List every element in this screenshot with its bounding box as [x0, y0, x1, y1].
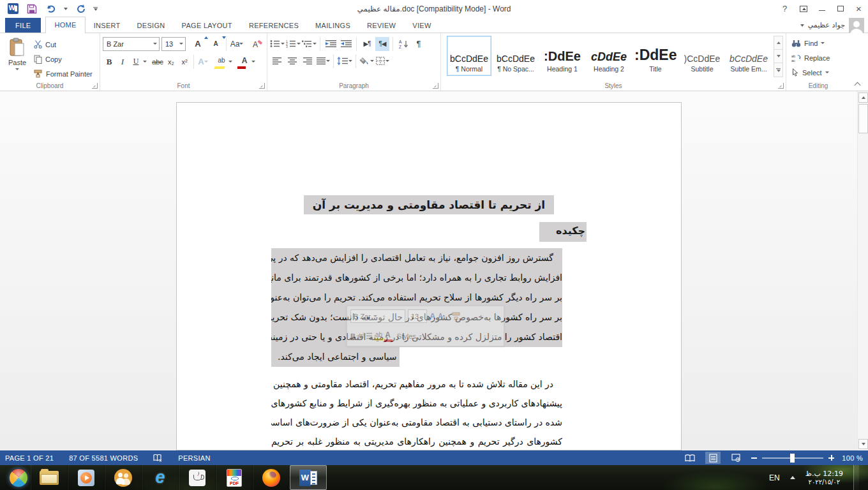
justify-button[interactable]: [316, 54, 330, 68]
show-hide-marks-button[interactable]: ¶: [412, 37, 426, 51]
print-layout-button[interactable]: [705, 452, 721, 464]
mini-italic-button[interactable]: I: [358, 332, 360, 340]
styles-scroll-down-button[interactable]: [774, 50, 782, 63]
show-hidden-icons-button[interactable]: [790, 476, 795, 479]
doc-line[interactable]: در اين مقاله تلاش شده تا به مرور مفاهيم …: [271, 375, 562, 394]
find-button[interactable]: Find: [791, 36, 848, 50]
undo-button[interactable]: [45, 3, 57, 15]
web-layout-button[interactable]: [728, 452, 744, 464]
zoom-track[interactable]: [762, 457, 823, 459]
ltr-direction-button[interactable]: ▶¶: [360, 37, 374, 51]
zoom-level[interactable]: 100 %: [842, 454, 863, 462]
paste-button[interactable]: Paste: [3, 35, 32, 80]
sort-button[interactable]: AZ: [396, 37, 410, 51]
font-size-combo[interactable]: 13: [161, 37, 186, 51]
mini-font-size-combo[interactable]: 13: [408, 309, 427, 323]
page-indicator[interactable]: PAGE 1 OF 21: [5, 454, 54, 462]
mini-font-family-combo[interactable]: B Zar: [350, 309, 405, 323]
doc-paragraph-2[interactable]: در اين مقاله تلاش شده تا به مرور مفاهيم …: [271, 375, 562, 451]
mini-highlight-button[interactable]: ab: [375, 331, 382, 341]
font-dialog-launcher[interactable]: [259, 83, 265, 89]
highlight-dropdown-icon[interactable]: [228, 61, 232, 63]
close-button[interactable]: ×: [849, 2, 868, 16]
style-heading-1[interactable]: :DdEe Heading 1: [540, 36, 585, 76]
increase-indent-button[interactable]: [339, 37, 353, 51]
grow-font-button[interactable]: A: [191, 37, 204, 51]
font-color-button[interactable]: A: [238, 55, 251, 69]
start-button[interactable]: [6, 466, 31, 490]
taskbar-word-active[interactable]: W: [290, 465, 327, 490]
numbering-button[interactable]: 123: [286, 37, 301, 51]
text-effects-button[interactable]: A: [197, 55, 209, 69]
language-indicator[interactable]: PERSIAN: [178, 454, 210, 462]
mini-font-color-button[interactable]: A: [385, 330, 391, 342]
shrink-font-button[interactable]: A: [209, 37, 222, 51]
bullets-button[interactable]: [270, 37, 285, 51]
change-case-button[interactable]: Aa: [230, 37, 243, 51]
restore-button[interactable]: [831, 2, 849, 16]
zoom-slider[interactable]: [751, 455, 834, 461]
underline-dropdown-icon[interactable]: [143, 61, 147, 63]
tab-design[interactable]: DESIGN: [129, 18, 174, 33]
paragraph-dialog-launcher[interactable]: [433, 83, 438, 89]
bold-button[interactable]: B: [103, 55, 116, 69]
doc-line[interactable]: شده در راستای دستيابی به اقتصاد مقاومتی …: [271, 413, 562, 432]
style-subtle-emphasis[interactable]: bCcDdEe Subtle Em...: [726, 36, 771, 76]
style-subtitle[interactable]: )CcDdEe Subtitle: [680, 36, 724, 76]
language-bar[interactable]: EN: [769, 473, 780, 482]
ribbon-display-options-button[interactable]: [794, 2, 812, 16]
font-family-combo[interactable]: B Zar: [103, 37, 160, 51]
tab-insert[interactable]: INSERT: [86, 18, 129, 33]
vertical-scrollbar[interactable]: [857, 91, 868, 450]
shading-button[interactable]: [359, 54, 374, 68]
copy-button[interactable]: Copy: [32, 52, 94, 66]
text-highlight-button[interactable]: ab: [215, 55, 228, 69]
doc-line[interactable]: کشورهای درگير تحريم و همچنين راهکارهای م…: [271, 432, 562, 451]
multilevel-list-button[interactable]: [302, 37, 317, 51]
taskbar-firefox[interactable]: [253, 465, 290, 490]
help-button[interactable]: ?: [775, 2, 794, 16]
styles-more-button[interactable]: [774, 63, 782, 77]
tab-references[interactable]: REFERENCES: [241, 18, 307, 33]
styles-scroll-up-button[interactable]: [774, 36, 782, 50]
mini-toolbar[interactable]: B Zar 13 A A B I 12 ab A Styles: [347, 306, 504, 346]
mini-styles-button[interactable]: Styles: [397, 332, 416, 340]
save-button[interactable]: [26, 3, 38, 15]
italic-button[interactable]: I: [116, 55, 129, 69]
collapse-ribbon-button[interactable]: [855, 82, 860, 87]
minimize-button[interactable]: [812, 2, 831, 16]
align-left-button[interactable]: [270, 54, 284, 68]
scroll-up-button[interactable]: [858, 93, 868, 103]
proofing-status-icon[interactable]: x: [153, 454, 163, 462]
doc-line[interactable]: بر سر راه ديگر کشورها از سلاح تحريم استف…: [271, 288, 562, 308]
doc-title-line[interactable]: از تحريم تا اقتصاد مقاومتی و مديريت بر آ…: [177, 195, 681, 214]
strikethrough-button[interactable]: abc: [151, 55, 164, 69]
zoom-in-icon[interactable]: [828, 455, 834, 461]
style-title[interactable]: :DdEe Title: [633, 36, 678, 76]
read-mode-button[interactable]: [682, 452, 698, 464]
mini-shrink-font-button[interactable]: A: [438, 313, 442, 320]
mini-numbering-icon[interactable]: 12: [363, 332, 373, 340]
customize-qat-icon[interactable]: [93, 7, 98, 11]
repeat-button[interactable]: [74, 3, 87, 15]
decrease-indent-button[interactable]: [324, 37, 338, 51]
style-no-spacing[interactable]: bCcDdEe ¶ No Spac...: [493, 36, 538, 76]
font-color-dropdown-icon[interactable]: [251, 61, 255, 63]
tab-file[interactable]: FILE: [5, 18, 41, 33]
zoom-out-icon[interactable]: [751, 457, 757, 459]
zoom-thumb[interactable]: [790, 454, 795, 463]
style-heading-2[interactable]: cDdEe Heading 2: [587, 36, 631, 76]
undo-dropdown-icon[interactable]: [64, 8, 68, 10]
doc-line[interactable]: پيشنهادهای کاربردی و عملياتی به منظور به…: [271, 394, 562, 413]
rtl-direction-button[interactable]: ¶◀: [375, 37, 389, 51]
scroll-down-button[interactable]: [858, 439, 868, 449]
avatar[interactable]: [849, 18, 864, 33]
mini-format-painter-icon[interactable]: [452, 312, 461, 320]
scrollbar-thumb[interactable]: [858, 104, 868, 133]
account-area[interactable]: جواد عظيمي: [800, 17, 864, 33]
tab-page-layout[interactable]: PAGE LAYOUT: [174, 18, 241, 33]
subscript-button[interactable]: x₂: [165, 55, 177, 69]
clock[interactable]: 12:19 ب.ظ ۲۰۲۲/۱۵/۰۲: [805, 470, 843, 486]
underline-button[interactable]: U: [130, 55, 142, 69]
superscript-button[interactable]: x²: [178, 55, 191, 69]
